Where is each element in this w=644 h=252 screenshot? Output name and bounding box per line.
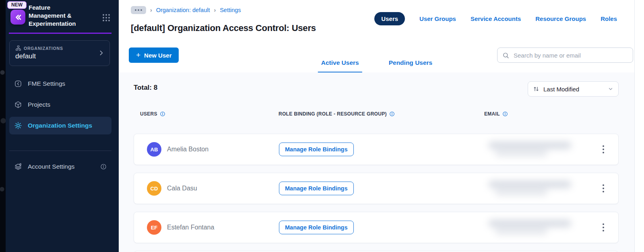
brand-divider [9, 33, 111, 34]
hierarchy-icon [15, 45, 21, 51]
avatar: EF [147, 220, 161, 235]
breadcrumb: › Organization: default › Settings [131, 6, 241, 14]
sidebar-item-label: Account Settings [28, 163, 74, 170]
sidebar: NEW Feature Management & Experimentation [6, 0, 119, 252]
tab-users[interactable]: Users [374, 12, 405, 25]
sort-dropdown[interactable]: Last Modified [528, 81, 619, 97]
table-row: EF Estefan Fontana Manage Role Bindings [134, 212, 619, 243]
gear-icon [14, 122, 22, 130]
users-list-panel: Total: 8 Last Modified USERS [119, 72, 635, 252]
toolbar: + New User Active Users Pending Users [119, 37, 635, 73]
table-header-row: USERS ROLE BINDING (ROLE - RESOURCE GROU… [134, 111, 619, 117]
sort-arrows-icon [533, 86, 539, 92]
tab-roles[interactable]: Roles [601, 15, 617, 22]
sort-dropdown-value: Last Modified [543, 86, 579, 93]
breadcrumb-link-settings[interactable]: Settings [220, 7, 241, 13]
main-area: › Organization: default › Settings [defa… [119, 0, 644, 252]
email-redacted [489, 218, 585, 237]
manage-role-bindings-button[interactable]: Manage Role Bindings [279, 182, 354, 195]
app-logo-icon[interactable] [10, 10, 25, 25]
apps-grid-icon[interactable] [102, 13, 111, 24]
layers-gear-icon [14, 163, 22, 171]
email-redacted [489, 179, 585, 198]
table-row: AB Amelia Boston Manage Role Bindings [134, 134, 619, 165]
email-redacted [489, 140, 585, 159]
org-selector[interactable]: ORGANIZATIONS default [9, 40, 110, 66]
plus-icon: + [136, 51, 140, 59]
tab-user-groups[interactable]: User Groups [419, 15, 456, 22]
page-header: › Organization: default › Settings [defa… [119, 0, 635, 38]
manage-role-bindings-button[interactable]: Manage Role Bindings [279, 221, 354, 234]
sidebar-item-label: Organization Settings [28, 122, 92, 129]
fme-settings-icon [14, 80, 22, 88]
chevron-right-icon [98, 50, 105, 58]
new-badge: NEW [7, 1, 27, 9]
scroll-gutter [634, 0, 644, 252]
new-user-button-label: New User [144, 52, 171, 59]
breadcrumb-link-organization[interactable]: Organization: default [156, 7, 210, 13]
access-control-tabs: Users User Groups Service Accounts Resou… [374, 12, 617, 25]
breadcrumb-separator: › [150, 7, 152, 13]
search-input[interactable] [513, 52, 628, 59]
breadcrumb-separator: › [214, 7, 216, 13]
sidebar-divider [9, 151, 111, 151]
info-icon[interactable] [160, 111, 165, 117]
screen: NEW Feature Management & Experimentation [0, 0, 644, 252]
tab-service-accounts[interactable]: Service Accounts [471, 15, 521, 22]
total-count: Total: 8 [134, 84, 157, 92]
row-menu-icon[interactable] [600, 221, 607, 234]
avatar: AB [147, 142, 161, 157]
new-user-button[interactable]: + New User [129, 48, 179, 63]
cube-icon [14, 101, 22, 109]
tab-pending-users[interactable]: Pending Users [386, 59, 436, 73]
sidebar-item-projects[interactable]: Projects [9, 96, 111, 114]
user-state-tabs: Active Users Pending Users [318, 59, 436, 73]
tab-active-users[interactable]: Active Users [318, 59, 362, 73]
info-icon[interactable] [100, 163, 107, 170]
sidebar-item-label: Projects [28, 101, 50, 108]
table-row: CD Cala Dasu Manage Role Bindings [134, 173, 619, 204]
user-cell: AB Amelia Boston [147, 142, 279, 157]
column-header-email: EMAIL [484, 111, 576, 117]
user-name: Estefan Fontana [167, 224, 214, 231]
sidebar-nav: FME Settings Projects Organization Se [9, 75, 111, 138]
column-header-role-binding: ROLE BINDING (ROLE - RESOURCE GROUP) [279, 111, 484, 117]
column-header-users: USERS [140, 111, 279, 117]
breadcrumb-overflow-icon[interactable] [131, 6, 146, 14]
sidebar-item-fme-settings[interactable]: FME Settings [9, 75, 111, 93]
user-cell: CD Cala Dasu [147, 181, 279, 196]
left-rail [0, 0, 6, 252]
search-box [497, 48, 633, 63]
user-cell: EF Estefan Fontana [147, 220, 279, 235]
sidebar-item-organization-settings[interactable]: Organization Settings [9, 117, 111, 134]
product-title: Feature Management & Experimentation [29, 4, 85, 28]
search-icon [502, 52, 509, 59]
user-name: Cala Dasu [167, 185, 197, 192]
info-icon[interactable] [389, 111, 395, 117]
sidebar-item-account-settings[interactable]: Account Settings [9, 158, 111, 176]
row-menu-icon[interactable] [600, 143, 607, 156]
tab-resource-groups[interactable]: Resource Groups [535, 15, 586, 22]
manage-role-bindings-button[interactable]: Manage Role Bindings [279, 143, 354, 156]
org-selector-value: default [15, 52, 104, 60]
avatar: CD [147, 181, 161, 196]
sidebar-item-label: FME Settings [28, 80, 65, 87]
info-icon[interactable] [502, 111, 508, 117]
page-title: [default] Organization Access Control: U… [131, 23, 316, 33]
sidebar-header: NEW Feature Management & Experimentation [6, 0, 119, 34]
users-list: AB Amelia Boston Manage Role Bindings CD… [119, 134, 635, 252]
chevron-down-icon [608, 86, 613, 92]
row-menu-icon[interactable] [600, 182, 607, 195]
user-name: Amelia Boston [167, 146, 208, 153]
org-selector-label: ORGANIZATIONS [24, 46, 63, 51]
